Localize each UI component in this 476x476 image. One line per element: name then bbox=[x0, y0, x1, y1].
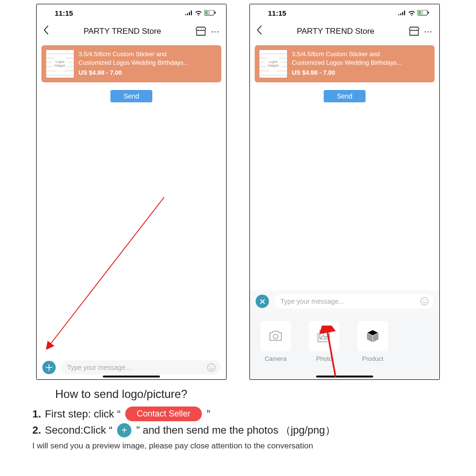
smile-icon bbox=[207, 363, 216, 372]
wifi-icon bbox=[195, 10, 202, 16]
product-card[interactable]: Logos images 3.5/4.5/6cm Custom Sticker … bbox=[255, 45, 435, 82]
instruction-step-1: 1. First step: click “ Contact Seller ” bbox=[32, 406, 461, 422]
status-bar: 11:15 bbox=[37, 4, 226, 21]
back-button[interactable] bbox=[43, 25, 49, 38]
attach-photo-label: Photo bbox=[306, 355, 342, 362]
emoji-button[interactable] bbox=[207, 363, 216, 372]
signal-icon bbox=[398, 10, 406, 15]
attachment-panel: Camera Photo Product bbox=[250, 313, 439, 379]
page-title: PARTY TREND Store bbox=[267, 27, 404, 36]
svg-rect-1 bbox=[215, 12, 216, 14]
status-time: 11:15 bbox=[268, 9, 286, 17]
message-input[interactable]: Type your message... bbox=[274, 294, 434, 308]
message-placeholder: Type your message... bbox=[67, 364, 131, 371]
phone-screenshot-step2: 11:15 PARTY TREND Store ··· Logos images… bbox=[249, 4, 440, 380]
back-button[interactable] bbox=[257, 25, 262, 38]
phone-screenshot-step1: 11:15 PARTY TREND Store ··· Logos images… bbox=[36, 4, 227, 380]
status-time: 11:15 bbox=[55, 9, 73, 17]
photo-icon bbox=[317, 330, 331, 342]
instructions-question: How to send logo/picture? bbox=[32, 385, 461, 406]
battery-icon bbox=[417, 10, 429, 16]
svg-point-15 bbox=[322, 332, 324, 334]
chat-body bbox=[250, 108, 439, 290]
product-info: 3.5/4.5/6cm Custom Sticker and Customize… bbox=[292, 50, 402, 78]
status-bar: 11:15 bbox=[250, 4, 439, 21]
status-indicators bbox=[185, 10, 216, 16]
send-button[interactable]: Send bbox=[110, 90, 153, 102]
more-button[interactable]: ··· bbox=[424, 27, 433, 36]
chat-body bbox=[37, 108, 226, 357]
storefront-icon bbox=[196, 27, 206, 36]
message-input-bar: Type your message... bbox=[250, 290, 439, 313]
contact-seller-pill: Contact Seller bbox=[125, 407, 202, 421]
svg-point-4 bbox=[209, 366, 210, 367]
nav-bar: PARTY TREND Store ··· bbox=[37, 21, 226, 41]
svg-point-12 bbox=[426, 300, 426, 301]
smile-icon bbox=[420, 297, 429, 306]
status-indicators bbox=[398, 10, 429, 16]
product-card-container: Logos images 3.5/4.5/6cm Custom Sticker … bbox=[37, 41, 226, 86]
send-row: Send bbox=[250, 86, 439, 108]
inline-plus-icon: + bbox=[117, 423, 131, 437]
step1-prefix: First step: click “ bbox=[45, 408, 120, 420]
store-button[interactable] bbox=[409, 27, 419, 36]
home-indicator bbox=[103, 376, 160, 377]
step2-mid: ” and then send me the photos bbox=[136, 424, 278, 436]
product-card-container: Logos images 3.5/4.5/6cm Custom Sticker … bbox=[250, 41, 439, 86]
product-thumbnail: Logos images bbox=[259, 50, 287, 78]
store-button[interactable] bbox=[196, 27, 206, 36]
product-thumbnail: Logos images bbox=[46, 50, 74, 78]
attach-photo[interactable]: Photo bbox=[306, 321, 342, 362]
svg-point-11 bbox=[423, 300, 424, 301]
svg-point-13 bbox=[273, 334, 278, 339]
send-button[interactable]: Send bbox=[324, 90, 366, 102]
product-title-line2: Customized Logos Wedding Birthdays... bbox=[292, 59, 402, 67]
home-indicator bbox=[316, 376, 373, 377]
instruction-step-2: 2. Second:Click “ + ” and then send me t… bbox=[32, 422, 461, 438]
plus-icon bbox=[46, 364, 52, 371]
svg-rect-8 bbox=[428, 12, 429, 14]
camera-icon bbox=[268, 330, 283, 342]
step-number-1: 1. bbox=[32, 408, 41, 420]
page-title: PARTY TREND Store bbox=[54, 27, 191, 36]
step-number-2: 2. bbox=[32, 424, 41, 436]
step2-prefix: Second:Click “ bbox=[45, 424, 112, 436]
svg-point-10 bbox=[421, 298, 428, 305]
step1-suffix: ” bbox=[207, 408, 210, 420]
attach-plus-button[interactable] bbox=[42, 361, 56, 374]
close-icon bbox=[260, 299, 265, 304]
instructions: How to send logo/picture? 1. First step:… bbox=[4, 380, 472, 451]
more-button[interactable]: ··· bbox=[211, 27, 219, 36]
product-price: US $4.98 - 7.00 bbox=[79, 69, 188, 77]
chevron-left-icon bbox=[257, 25, 262, 35]
nav-bar: PARTY TREND Store ··· bbox=[250, 21, 439, 41]
product-card[interactable]: Logos images 3.5/4.5/6cm Custom Sticker … bbox=[41, 45, 221, 82]
message-placeholder: Type your message... bbox=[280, 298, 344, 305]
svg-point-5 bbox=[212, 366, 213, 367]
product-title-line2: Customized Logos Wedding Birthdays... bbox=[79, 59, 188, 67]
message-input[interactable]: Type your message... bbox=[60, 360, 220, 375]
wifi-icon bbox=[408, 10, 416, 16]
attach-camera[interactable]: Camera bbox=[258, 321, 294, 362]
instructions-note: I will send you a preview image, please … bbox=[32, 438, 461, 451]
product-price: US $4.98 - 7.00 bbox=[292, 69, 402, 77]
attach-product[interactable]: Product bbox=[355, 321, 391, 362]
emoji-button[interactable] bbox=[420, 297, 429, 306]
signal-icon bbox=[185, 10, 193, 15]
battery-icon bbox=[204, 10, 216, 16]
chevron-left-icon bbox=[43, 25, 49, 35]
attach-product-label: Product bbox=[355, 355, 391, 362]
svg-point-3 bbox=[208, 364, 215, 371]
product-title-line1: 3.5/4.5/6cm Custom Sticker and bbox=[292, 50, 402, 59]
step2-suffix: （jpg/png） bbox=[280, 423, 336, 437]
attach-close-button[interactable] bbox=[256, 295, 269, 308]
product-info: 3.5/4.5/6cm Custom Sticker and Customize… bbox=[79, 50, 188, 78]
storefront-icon bbox=[409, 27, 419, 36]
product-icon bbox=[367, 329, 379, 343]
product-title-line1: 3.5/4.5/6cm Custom Sticker and bbox=[79, 50, 188, 59]
send-row: Send bbox=[37, 86, 226, 108]
attach-camera-label: Camera bbox=[258, 355, 294, 362]
